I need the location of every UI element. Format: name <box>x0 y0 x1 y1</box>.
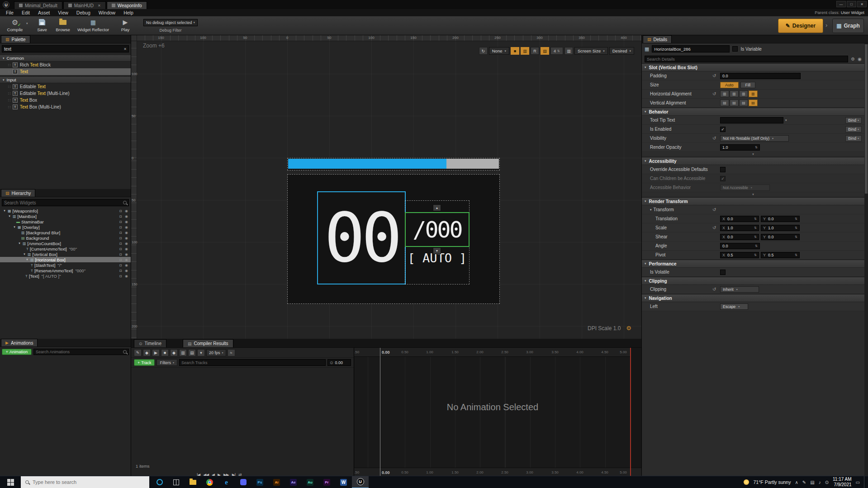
accessibility-advanced-expander[interactable]: ▾ <box>642 192 864 197</box>
taskbar-search-input[interactable] <box>33 479 145 485</box>
is-enabled-bind-button[interactable]: Bind▾ <box>845 126 862 133</box>
expander-icon[interactable]: ▾ <box>13 225 16 229</box>
edge-button[interactable]: e <box>218 476 235 488</box>
category-slot[interactable]: ▾Slot (Vertical Box Slot) <box>642 63 864 71</box>
tab-minimal-default[interactable]: Minimal_Default <box>14 1 62 9</box>
lock-icon[interactable]: ◘ <box>119 274 122 278</box>
animations-search-input[interactable] <box>36 350 123 354</box>
lock-icon[interactable]: ◘ <box>119 209 122 213</box>
hierarchy-search-input[interactable] <box>4 200 123 205</box>
category-accessibility[interactable]: ▾Accessibility <box>642 157 864 165</box>
palette-item-text-box[interactable]: ∷ T Text Box <box>0 97 131 104</box>
palette-group-input[interactable]: ▾ Input <box>0 77 131 83</box>
grid-snap-size-field[interactable]: 4⇅ <box>550 47 563 55</box>
shear-x-field[interactable]: X0.0⇅ <box>720 234 759 240</box>
fill-screen-button[interactable]: ■ <box>511 47 519 55</box>
menu-view[interactable]: View <box>54 10 72 15</box>
view-options-eye-icon[interactable]: ◉ <box>858 57 862 62</box>
menu-debug[interactable]: Debug <box>72 10 95 15</box>
valign-center-button[interactable]: ▤ <box>730 99 739 106</box>
halign-fill-button[interactable]: ▥ <box>749 90 758 97</box>
navigation-left-dropdown[interactable]: Escape▾ <box>720 303 748 310</box>
lock-icon[interactable]: ◘ <box>119 258 122 262</box>
fill-widget-button[interactable]: ▥ <box>521 47 529 55</box>
photoshop-button[interactable]: Ps <box>251 476 268 488</box>
menu-edit[interactable]: Edit <box>18 10 34 15</box>
hierarchy-row-text-auto[interactable]: T [Text] "[ AUTO ]" ◘◉ <box>0 273 131 279</box>
visibility-eye-icon[interactable]: ◉ <box>125 231 128 235</box>
respect-ratio-button[interactable]: R <box>531 47 539 55</box>
hierarchy-row-weaponinfo[interactable]: ▾ ▦ [WeaponInfo] ◘◉ <box>0 208 131 213</box>
current-ammo-text[interactable]: 00 <box>324 204 399 272</box>
timeline-track-area[interactable]: -0.50 0.00 0.50 1.00 1.50 2.00 2.50 3.00… <box>354 348 641 476</box>
behavior-advanced-expander[interactable]: ▾ <box>642 152 864 157</box>
add-key-button[interactable]: ◆ <box>143 349 151 356</box>
tab-animations[interactable]: ▶ Animations <box>1 339 38 346</box>
scrollbar-thumb[interactable] <box>865 44 868 194</box>
lock-icon[interactable]: ◘ <box>119 231 122 235</box>
staminabar-outline[interactable] <box>287 158 500 171</box>
visibility-eye-icon[interactable]: ◉ <box>125 209 128 213</box>
reset-icon[interactable]: ↺ <box>712 91 716 96</box>
lock-icon[interactable]: ◘ <box>119 252 122 256</box>
after-effects-button[interactable]: Ae <box>285 476 302 488</box>
time-ruler-bottom[interactable]: -0.50 0.00 0.50 1.00 1.50 2.00 2.50 3.00… <box>354 468 641 476</box>
palette-search-input[interactable] <box>4 47 123 52</box>
play-preview-button[interactable]: ▶ <box>152 349 160 356</box>
screen-size-dropdown[interactable]: Screen Size▾ <box>574 47 608 55</box>
taskbar-search-box[interactable] <box>21 476 149 488</box>
visibility-eye-icon[interactable]: ◉ <box>125 247 128 251</box>
snap-settings-button[interactable]: ▤ <box>188 349 196 356</box>
expander-icon[interactable]: ▾ <box>8 214 11 218</box>
lock-icon[interactable]: ◘ <box>119 236 122 240</box>
scale-y-field[interactable]: Y1.0⇅ <box>761 225 800 231</box>
visibility-eye-icon[interactable]: ◉ <box>125 258 128 262</box>
hierarchy-row-reserveammotext[interactable]: T [ReserveAmmoText] "000" ◘◉ <box>0 268 131 273</box>
stamina-progress-bar[interactable] <box>288 159 499 169</box>
palette-item-editable-text-multiline[interactable]: ∷ T Editable Text (Multi-Line) <box>0 90 131 97</box>
audition-button[interactable]: Au <box>302 476 318 488</box>
size-fill-button[interactable]: Fill <box>740 82 756 88</box>
track-search-input[interactable] <box>181 360 323 365</box>
hierarchy-row-currentammotext[interactable]: T [CurrentAmmoText] "00" ◘◉ <box>0 246 131 251</box>
clear-search-icon[interactable]: ✕ <box>123 47 127 51</box>
add-track-button[interactable]: +Track <box>134 359 155 366</box>
valign-top-button[interactable]: ▤ <box>720 99 729 106</box>
visibility-eye-icon[interactable]: ◉ <box>125 220 128 224</box>
hierarchy-row-background[interactable]: ▤ Background ◘◉ <box>0 235 131 241</box>
reset-icon[interactable]: ↺ <box>712 225 716 230</box>
clipping-dropdown[interactable]: Inherit▾ <box>720 286 759 293</box>
tab-timeline[interactable]: ⊙ Timeline <box>134 339 166 347</box>
current-ammo-selection-box[interactable]: 00 <box>317 191 406 284</box>
category-performance[interactable]: ▾Performance <box>642 260 864 268</box>
shear-y-field[interactable]: Y0.0⇅ <box>761 234 800 240</box>
halign-right-button[interactable]: ▥ <box>739 90 748 97</box>
hierarchy-row-overlay[interactable]: ▾ ▦ [Overlay] ◘◉ <box>0 224 131 230</box>
details-search-input[interactable] <box>647 57 846 62</box>
unreal-engine-button[interactable]: U <box>352 476 369 488</box>
tab-palette[interactable]: ▥ Palette <box>1 35 30 43</box>
valign-fill-button[interactable]: ▤ <box>749 99 758 106</box>
lock-icon[interactable]: ◘ <box>119 220 122 224</box>
visibility-eye-icon[interactable]: ◉ <box>125 236 128 240</box>
expander-icon[interactable]: ▾ <box>23 252 26 256</box>
expander-icon[interactable]: ▾ <box>25 258 29 261</box>
design-canvas[interactable]: 00 /000 [ AUTO ] ▲ ▼ <box>137 41 641 339</box>
widget-name-input[interactable] <box>654 47 727 52</box>
hierarchy-row-verticalbox[interactable]: ▾ ▥ [Vertical Box] ◘◉ <box>0 251 131 257</box>
tab-mainhud[interactable]: MainHUD ✕ <box>63 1 106 9</box>
premiere-button[interactable]: Pr <box>318 476 335 488</box>
is-enabled-checkbox[interactable]: ✓ <box>720 127 726 132</box>
palette-item-rich-text-block[interactable]: ∷ T Rich Text Block <box>0 62 131 68</box>
is-volatile-checkbox[interactable] <box>720 270 726 275</box>
reset-view-button[interactable]: ↻ <box>479 47 488 55</box>
compile-button[interactable]: ⚙✓ Compile <box>5 18 25 32</box>
lock-icon[interactable]: ◘ <box>119 247 122 251</box>
hierarchy-row-slashtext[interactable]: T [SlashText] "/" ◘◉ <box>0 262 131 268</box>
palette-item-text[interactable]: ∷ T Text <box>0 68 131 75</box>
category-behavior[interactable]: ▾Behavior <box>642 108 864 116</box>
keyframe-options-button[interactable]: ◆ <box>170 349 178 356</box>
angle-field[interactable]: 0.0⇅ <box>720 243 760 249</box>
translation-y-field[interactable]: Y0.0⇅ <box>761 216 800 222</box>
reserve-ammo-text[interactable]: /000 <box>413 217 461 243</box>
